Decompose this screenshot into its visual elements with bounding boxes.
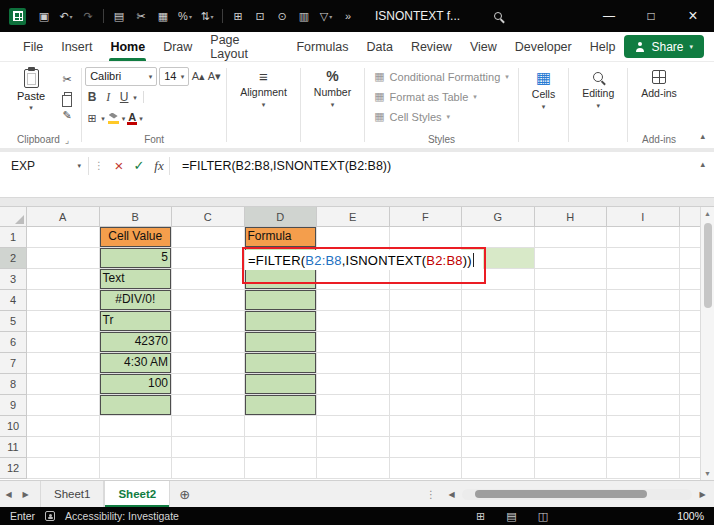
cell-A4[interactable]: [27, 290, 100, 311]
row-header-12[interactable]: 12: [0, 458, 27, 479]
cell-C6[interactable]: [172, 332, 245, 353]
cell-H3[interactable]: [535, 269, 608, 290]
cell-E5[interactable]: [317, 311, 390, 332]
cell-C5[interactable]: [172, 311, 245, 332]
tab-review[interactable]: Review: [402, 32, 461, 61]
cell-C2[interactable]: [172, 248, 245, 269]
vertical-scroll-thumb[interactable]: [704, 223, 712, 308]
cell-B6[interactable]: 42370: [100, 332, 173, 353]
more-commands-icon[interactable]: »: [338, 6, 358, 26]
sort-icon[interactable]: ⇅▾: [197, 6, 217, 26]
row-header-6[interactable]: 6: [0, 332, 27, 353]
view-page-layout-icon[interactable]: ▤: [506, 510, 516, 523]
cell-D7[interactable]: [245, 353, 318, 374]
increase-font-size-icon[interactable]: A▴: [191, 69, 205, 83]
cell-I12[interactable]: [607, 458, 680, 479]
cell-I6[interactable]: [607, 332, 680, 353]
confirm-entry-button[interactable]: ✓: [129, 156, 149, 176]
cell-B10[interactable]: [100, 416, 173, 437]
table-icon[interactable]: ⊞: [228, 6, 248, 26]
select-all-corner[interactable]: [0, 207, 27, 227]
cell-E7[interactable]: [317, 353, 390, 374]
cell-D11[interactable]: [245, 437, 318, 458]
cell-C8[interactable]: [172, 374, 245, 395]
font-color-icon[interactable]: A: [127, 112, 137, 125]
cut-icon[interactable]: ✂: [131, 6, 151, 26]
splitter-handle[interactable]: ⋮: [426, 489, 436, 500]
cell-E12[interactable]: [317, 458, 390, 479]
cell-F11[interactable]: [390, 437, 463, 458]
font-size-select[interactable]: 14▾: [159, 67, 189, 86]
cell-F7[interactable]: [390, 353, 463, 374]
cell-H2[interactable]: [535, 248, 608, 269]
cell-I8[interactable]: [607, 374, 680, 395]
tab-help[interactable]: Help: [581, 32, 625, 61]
cell-A12[interactable]: [27, 458, 100, 479]
vertical-scrollbar[interactable]: ▲ ▼: [700, 207, 714, 480]
cell-D5[interactable]: [245, 311, 318, 332]
tab-home[interactable]: Home: [101, 32, 154, 61]
cell-C9[interactable]: [172, 395, 245, 416]
cell-C12[interactable]: [172, 458, 245, 479]
hscroll-right-icon[interactable]: ▶: [694, 490, 711, 499]
save-icon[interactable]: ▣: [34, 6, 54, 26]
cell-I5[interactable]: [607, 311, 680, 332]
cell-B12[interactable]: [100, 458, 173, 479]
percent-style-icon[interactable]: %▾: [175, 6, 195, 26]
cell-I3[interactable]: [607, 269, 680, 290]
minimize-button[interactable]: —: [588, 0, 630, 32]
cell-A7[interactable]: [27, 353, 100, 374]
row-header-4[interactable]: 4: [0, 290, 27, 311]
cell-A9[interactable]: [27, 395, 100, 416]
row-header-1[interactable]: 1: [0, 227, 27, 248]
picture-icon[interactable]: ▦: [153, 6, 173, 26]
cell-B1[interactable]: Cell Value: [100, 227, 173, 248]
cell-H6[interactable]: [535, 332, 608, 353]
cut-icon[interactable]: ✂: [60, 72, 74, 86]
column-header-F[interactable]: F: [390, 207, 463, 227]
cell-C1[interactable]: [172, 227, 245, 248]
cell-I4[interactable]: [607, 290, 680, 311]
sheet-nav-right-icon[interactable]: ▶: [17, 481, 34, 507]
cell-E6[interactable]: [317, 332, 390, 353]
cell-I10[interactable]: [607, 416, 680, 437]
filter-icon[interactable]: ▽▾: [316, 6, 336, 26]
cell-B9[interactable]: [100, 395, 173, 416]
styles-item-format-as-table[interactable]: ▦Format as Table▾: [374, 88, 509, 105]
cell-H7[interactable]: [535, 353, 608, 374]
search-icon[interactable]: [494, 12, 502, 20]
cell-H8[interactable]: [535, 374, 608, 395]
checkbox-icon[interactable]: ⊡: [250, 6, 270, 26]
italic-button[interactable]: I: [101, 90, 115, 104]
cell-H4[interactable]: [535, 290, 608, 311]
cell-A3[interactable]: [27, 269, 100, 290]
undo-icon[interactable]: ↶▾: [56, 6, 76, 26]
bold-button[interactable]: B: [85, 90, 99, 104]
camera-icon[interactable]: ⊙: [272, 6, 292, 26]
accessibility-status[interactable]: Accessibility: Investigate: [65, 510, 179, 522]
cell-G8[interactable]: [462, 374, 535, 395]
cell-D8[interactable]: [245, 374, 318, 395]
styles-item-conditional-formatting[interactable]: ▦Conditional Formatting▾: [374, 68, 509, 85]
cell-E4[interactable]: [317, 290, 390, 311]
cell-G4[interactable]: [462, 290, 535, 311]
cell-B7[interactable]: 4:30 AM: [100, 353, 173, 374]
cell-F1[interactable]: [390, 227, 463, 248]
zoom-level[interactable]: 100%: [677, 510, 704, 522]
hscroll-left-icon[interactable]: ◀: [443, 490, 460, 499]
horizontal-scrollbar[interactable]: [462, 489, 692, 500]
view-normal-icon[interactable]: ⊞: [476, 510, 485, 523]
cell-G3[interactable]: [462, 269, 535, 290]
row-header-3[interactable]: 3: [0, 269, 27, 290]
row-header-5[interactable]: 5: [0, 311, 27, 332]
fill-color-icon[interactable]: [108, 113, 119, 124]
tab-page-layout[interactable]: Page Layout: [201, 32, 287, 61]
cell-F6[interactable]: [390, 332, 463, 353]
cell-G7[interactable]: [462, 353, 535, 374]
cell-E8[interactable]: [317, 374, 390, 395]
share-button[interactable]: Share ▾: [624, 35, 704, 58]
cells-button[interactable]: ▦ Cells ▾: [522, 65, 565, 110]
copy-icon[interactable]: [64, 92, 72, 102]
cell-I7[interactable]: [607, 353, 680, 374]
addins-button[interactable]: Add-ins: [631, 65, 687, 99]
